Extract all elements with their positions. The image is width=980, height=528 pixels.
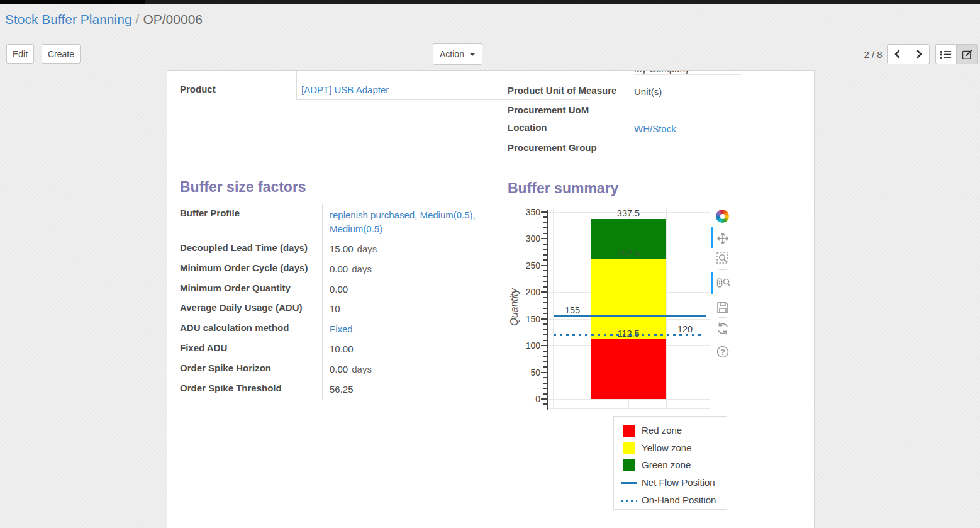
y-minor-tick xyxy=(543,254,547,256)
info-field-label: Procurement UoM xyxy=(508,104,589,115)
factor-field-value[interactable]: replenish purchased, Medium(0.5), Medium… xyxy=(330,208,488,236)
chart-annotation: 120 xyxy=(666,324,704,334)
y-major-tick xyxy=(541,398,547,400)
factor-field-label: ADU calculation method xyxy=(180,322,289,333)
info-field-value[interactable]: WH/Stock xyxy=(634,123,676,134)
form-sheet: My Company Product [ADPT] USB Adapter Pr… xyxy=(167,70,815,528)
legend-label: Net Flow Position xyxy=(642,477,715,488)
y-major-tick xyxy=(541,238,547,239)
company-cell-border xyxy=(634,74,741,75)
legend-swatch xyxy=(623,442,635,454)
legend-item[interactable]: Net Flow Position xyxy=(614,476,727,491)
list-icon xyxy=(940,50,952,59)
yellow-zone-bar[interactable] xyxy=(591,259,666,339)
factor-field-label: Average Daily Usage (ADU) xyxy=(180,302,303,313)
y-major-tick xyxy=(541,211,547,213)
product-field-label: Product xyxy=(180,84,216,94)
y-minor-tick xyxy=(543,259,547,261)
caret-down-icon xyxy=(469,53,476,56)
pan-icon[interactable] xyxy=(716,232,731,247)
action-label: Action xyxy=(440,49,464,59)
top-navbar xyxy=(0,0,980,4)
buffer-summary-chart: 050100150200250300350Quantity337.5262.51… xyxy=(508,206,737,416)
y-minor-tick xyxy=(543,388,547,389)
breadcrumb: Stock Buffer Planning/OP/00006 xyxy=(5,12,203,27)
factor-field-suffix: days xyxy=(352,364,372,374)
chart-annotation: 262.5 xyxy=(591,248,666,258)
legend-line-swatch xyxy=(621,500,637,502)
reset-icon[interactable] xyxy=(716,322,731,337)
y-major-tick xyxy=(541,345,547,346)
legend-item[interactable]: Green zone xyxy=(614,459,727,474)
help-icon[interactable]: ? xyxy=(716,345,731,360)
red-zone-bar[interactable] xyxy=(591,339,666,399)
y-major-tick xyxy=(541,265,547,266)
y-minor-tick xyxy=(543,377,547,378)
factor-field-suffix: days xyxy=(357,244,377,254)
svg-text:?: ? xyxy=(720,348,725,357)
form-edit-icon xyxy=(962,49,973,60)
legend-item[interactable]: Yellow zone xyxy=(614,442,727,457)
y-tick-label: 0 xyxy=(508,394,540,404)
product-cell-left-border xyxy=(296,71,297,100)
buffer-size-factors-title: Buffer size factors xyxy=(180,179,306,196)
chart-annotation: 112.5 xyxy=(591,329,666,339)
y-minor-tick xyxy=(543,249,547,250)
zoom-box-icon[interactable] xyxy=(716,251,731,266)
factor-field-label: Fixed ADU xyxy=(180,342,227,353)
action-dropdown-button[interactable]: Action xyxy=(433,43,482,65)
modebar-divider xyxy=(719,269,727,270)
legend-swatch xyxy=(623,459,635,471)
create-button[interactable]: Create xyxy=(42,44,81,64)
chevron-right-icon xyxy=(915,50,923,59)
y-major-tick xyxy=(541,291,547,293)
plotly-logo-icon[interactable] xyxy=(716,210,731,225)
y-minor-tick xyxy=(543,276,547,277)
list-view-button[interactable] xyxy=(935,44,957,64)
breadcrumb-parent-link[interactable]: Stock Buffer Planning xyxy=(5,12,132,26)
y-minor-tick xyxy=(543,308,547,309)
info-field-value: Unit(s) xyxy=(634,86,662,97)
y-minor-tick xyxy=(543,313,547,314)
breadcrumb-separator: / xyxy=(132,12,143,26)
legend-label: Red zone xyxy=(642,425,682,435)
chart-annotation: 337.5 xyxy=(591,208,666,218)
product-value-link[interactable]: [ADPT] USB Adapter xyxy=(301,84,389,95)
y-tick-label: 100 xyxy=(508,340,540,351)
factor-field-value: 56.25 xyxy=(330,384,354,395)
legend-label: On-Hand Position xyxy=(642,495,716,505)
pager-next-button[interactable] xyxy=(908,44,930,64)
factor-field-suffix: days xyxy=(352,264,372,274)
chart-annotation: 155 xyxy=(554,305,591,315)
save-icon[interactable] xyxy=(716,301,731,316)
pager-previous-button[interactable] xyxy=(887,44,908,64)
chart-legend: Red zoneYellow zoneGreen zoneNet Flow Po… xyxy=(613,416,727,510)
y-axis-line xyxy=(547,210,548,410)
info-group-separator xyxy=(628,71,628,156)
y-minor-tick xyxy=(543,233,547,234)
y-tick-label: 250 xyxy=(508,261,540,271)
y-minor-tick xyxy=(543,340,547,341)
modebar-divider xyxy=(719,340,727,340)
y-minor-tick xyxy=(543,270,547,271)
form-view-button[interactable] xyxy=(957,44,978,64)
y-minor-tick xyxy=(543,244,547,245)
factor-field-value: 0.00days xyxy=(330,364,372,374)
y-minor-tick xyxy=(543,323,547,325)
zoom-in-out-icon[interactable] xyxy=(716,276,731,291)
pager-counter: 2 / 8 xyxy=(859,49,887,60)
product-cell-bottom-border xyxy=(296,99,589,100)
y-minor-tick xyxy=(543,227,547,228)
edit-button[interactable]: Edit xyxy=(6,44,34,64)
y-minor-tick xyxy=(543,366,547,368)
info-field-label: Procurement Group xyxy=(508,142,597,153)
legend-item[interactable]: Red zone xyxy=(614,424,727,439)
plot-bottom-border xyxy=(548,408,710,409)
legend-item[interactable]: On-Hand Position xyxy=(614,494,727,509)
factor-field-value: 10 xyxy=(330,303,340,314)
modebar-active-bar-2 xyxy=(711,272,713,294)
legend-label: Yellow zone xyxy=(642,442,692,453)
factor-field-value[interactable]: Fixed xyxy=(330,323,353,334)
factor-field-label: Minimum Order Quantity xyxy=(180,283,291,293)
y-minor-tick xyxy=(543,302,547,303)
